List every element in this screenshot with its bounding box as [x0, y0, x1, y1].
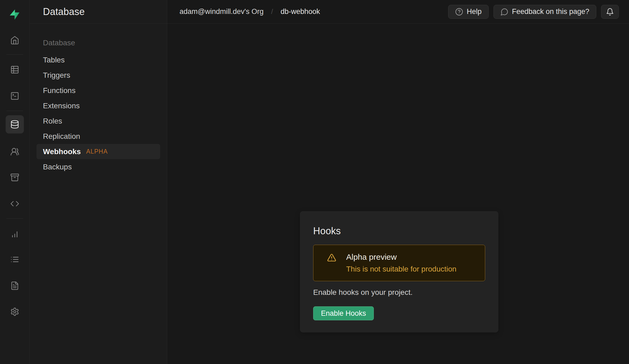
breadcrumb-project[interactable]: db-webhook — [280, 8, 320, 16]
users-icon — [10, 147, 19, 156]
sidebar-item-roles[interactable]: Roles — [36, 113, 160, 129]
hooks-card: Hooks Alpha preview This is not suitable… — [300, 211, 498, 332]
table-icon — [10, 65, 19, 74]
rail-item-api-docs[interactable] — [6, 277, 24, 295]
sidebar-section-label: Database — [36, 37, 160, 49]
rail-divider — [6, 218, 23, 219]
alert-text: Alpha preview This is not suitable for p… — [346, 252, 456, 273]
sidebar-item-label: Extensions — [43, 102, 80, 110]
rail-item-logs[interactable] — [6, 250, 24, 269]
rail-item-auth[interactable] — [6, 143, 24, 161]
bar-chart-icon — [10, 229, 19, 239]
sidebar-item-tables[interactable]: Tables — [36, 52, 160, 68]
rail-item-home[interactable] — [6, 31, 24, 49]
list-icon — [10, 255, 19, 264]
gear-icon — [10, 307, 19, 316]
home-icon — [10, 36, 19, 45]
archive-icon — [10, 173, 19, 182]
message-bubble-icon — [500, 8, 509, 16]
card-body-text: Enable hooks on your project. — [313, 288, 485, 297]
rail-divider — [6, 54, 23, 55]
alpha-badge: ALPHA — [86, 148, 108, 155]
sidebar-nav: Database Tables Triggers Functions Exten… — [36, 37, 160, 174]
rail-item-database[interactable] — [6, 115, 24, 133]
enable-hooks-button[interactable]: Enable Hooks — [313, 306, 374, 320]
nav-rail — [0, 0, 30, 364]
breadcrumb-divider: / — [271, 8, 273, 16]
notifications-button[interactable] — [601, 5, 619, 19]
sidebar-header: Database — [30, 0, 167, 24]
code-icon — [10, 199, 19, 208]
feedback-button[interactable]: Feedback on this page? — [493, 5, 596, 19]
help-circle-icon — [455, 8, 463, 16]
file-text-icon — [10, 281, 19, 290]
database-icon — [10, 120, 19, 129]
alert-description: This is not suitable for production — [346, 265, 456, 273]
header-actions: Help Feedback on this page? — [448, 5, 619, 19]
sidebar-item-functions[interactable]: Functions — [36, 83, 160, 98]
alpha-alert: Alpha preview This is not suitable for p… — [313, 245, 485, 281]
card-title: Hooks — [313, 225, 485, 237]
sidebar-item-replication[interactable]: Replication — [36, 129, 160, 144]
warning-triangle-icon — [327, 252, 337, 263]
help-button-label: Help — [467, 8, 482, 16]
rail-divider — [6, 111, 23, 111]
sidebar-items: Tables Triggers Functions Extensions Rol… — [36, 52, 160, 174]
rail-item-sql-editor[interactable] — [6, 87, 24, 105]
sidebar-item-label: Roles — [43, 117, 62, 125]
breadcrumb: adam@windmill.dev's Org / db-webhook — [180, 8, 320, 16]
sidebar-item-label: Replication — [43, 132, 80, 141]
sidebar-title: Database — [43, 6, 85, 17]
rail-item-settings[interactable] — [6, 303, 24, 321]
sidebar-item-label: Webhooks — [43, 147, 81, 156]
sidebar-item-triggers[interactable]: Triggers — [36, 68, 160, 83]
rail-item-storage[interactable] — [6, 168, 24, 187]
sidebar-item-backups[interactable]: Backups — [36, 159, 160, 174]
main-content: Hooks Alpha preview This is not suitable… — [167, 24, 629, 364]
sidebar-item-label: Backups — [43, 163, 72, 171]
sidebar-item-webhooks[interactable]: Webhooks ALPHA — [36, 144, 160, 159]
sidebar-item-label: Functions — [43, 86, 75, 95]
help-button[interactable]: Help — [448, 5, 489, 19]
alert-title: Alpha preview — [346, 252, 456, 262]
terminal-icon — [10, 91, 19, 101]
rail-item-reports[interactable] — [6, 225, 24, 243]
top-header: adam@windmill.dev's Org / db-webhook Hel… — [167, 0, 629, 24]
rail-item-table-editor[interactable] — [6, 61, 24, 79]
sidebar: Database Database Tables Triggers Functi… — [30, 0, 167, 364]
bell-icon — [606, 8, 614, 16]
feedback-button-label: Feedback on this page? — [512, 8, 589, 16]
sidebar-item-extensions[interactable]: Extensions — [36, 98, 160, 113]
sidebar-item-label: Tables — [43, 56, 65, 64]
breadcrumb-org[interactable]: adam@windmill.dev's Org — [180, 8, 264, 16]
sidebar-item-label: Triggers — [43, 71, 70, 80]
supabase-logo[interactable] — [6, 5, 24, 24]
rail-item-edge-functions[interactable] — [6, 195, 24, 213]
